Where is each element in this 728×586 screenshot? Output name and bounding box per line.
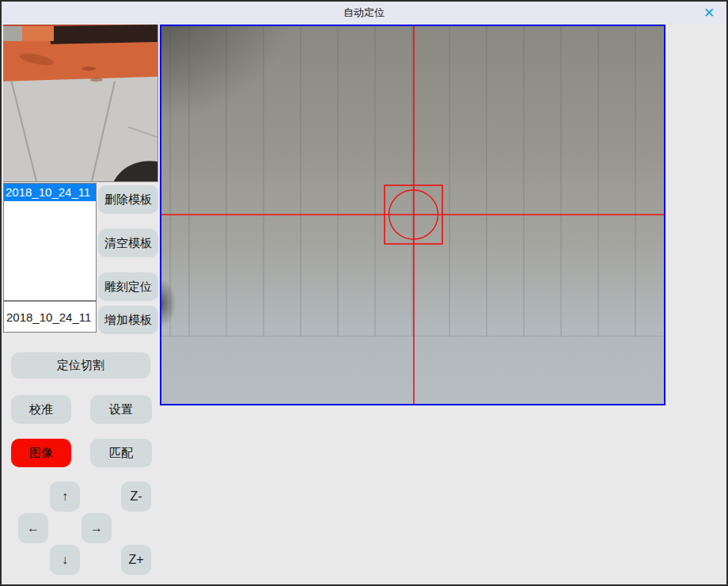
delete-template-button[interactable]: 删除模板 <box>98 185 158 214</box>
z-minus-button[interactable]: Z- <box>121 481 151 512</box>
jog-right-button[interactable]: → <box>82 513 112 543</box>
match-button[interactable]: 匹配 <box>90 439 152 467</box>
add-template-button[interactable]: 增加模板 <box>98 306 158 334</box>
calibrate-button[interactable]: 校准 <box>11 395 71 424</box>
engrave-locate-button[interactable]: 雕刻定位 <box>98 272 158 301</box>
template-name-input[interactable] <box>3 301 97 333</box>
auto-locate-window: 自动定位 ✕ 2018_10_24_11 删除模板 清空模板 雕刻定位 增加模板… <box>0 0 728 586</box>
titlebar: 自动定位 ✕ <box>2 2 726 24</box>
z-plus-button[interactable]: Z+ <box>121 545 151 575</box>
crosshair-overlay <box>161 26 664 404</box>
jog-up-button[interactable]: ↑ <box>50 481 80 512</box>
template-list[interactable]: 2018_10_24_11 <box>3 183 97 301</box>
clear-template-button[interactable]: 清空模板 <box>98 229 158 257</box>
close-icon[interactable]: ✕ <box>700 4 719 21</box>
settings-button[interactable]: 设置 <box>90 395 152 424</box>
jog-down-button[interactable]: ↓ <box>50 545 80 575</box>
locate-cut-button[interactable]: 定位切割 <box>11 352 150 379</box>
template-preview-graphic <box>3 25 157 181</box>
camera-view[interactable] <box>160 25 665 405</box>
template-list-item[interactable]: 2018_10_24_11 <box>4 184 96 201</box>
template-preview-image <box>3 25 158 182</box>
image-button[interactable]: 图像 <box>11 439 71 467</box>
window-title: 自动定位 <box>343 6 385 20</box>
jog-left-button[interactable]: ← <box>18 513 48 543</box>
